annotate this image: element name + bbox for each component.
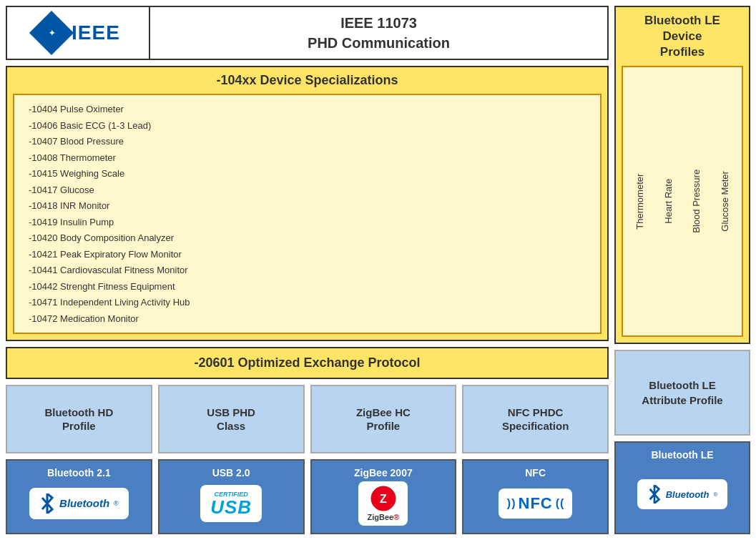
ble-profile-item: Thermometer bbox=[633, 73, 647, 330]
ble-bluetooth-icon: Bluetooth® bbox=[620, 461, 745, 527]
ble-bluetooth-symbol-icon bbox=[647, 485, 662, 504]
device-spec-item: -10417 Glucose bbox=[29, 183, 586, 197]
tech-zigbee2007: ZigBee 2007 Z ZigBee® bbox=[310, 459, 457, 534]
ieee-diamond-icon: ✦ bbox=[29, 11, 74, 55]
transport-zigbee-hc: ZigBee HCProfile bbox=[310, 385, 457, 453]
ble-profiles-box: Bluetooth LEDeviceProfiles ThermometerHe… bbox=[614, 6, 750, 344]
ble-attribute-label: Bluetooth LEAttribute Profile bbox=[642, 378, 722, 408]
device-spec-item: -10420 Body Composition Analyzer bbox=[29, 231, 586, 245]
zigbee-icon: Z ZigBee® bbox=[316, 480, 451, 527]
ieee-title: IEEE 11073 PHD Communication bbox=[308, 13, 450, 53]
transport-bluetooth-hd: Bluetooth HDProfile bbox=[6, 385, 152, 453]
bluetooth-symbol-icon bbox=[39, 494, 55, 514]
device-spec-item: -10404 Pulse Oximeter bbox=[29, 102, 586, 117]
ble-attribute-box: Bluetooth LEAttribute Profile bbox=[614, 350, 750, 436]
device-spec-item: -10419 Insulin Pump bbox=[29, 215, 586, 230]
device-spec-item: -10415 Weighing Scale bbox=[29, 167, 586, 181]
usb20-icon: CERTIFIED USB bbox=[164, 480, 299, 527]
ble-profile-item: Blood Pressure bbox=[689, 73, 703, 330]
tech-usb20: USB 2.0 CERTIFIED USB bbox=[158, 459, 305, 534]
protocol-bar: -20601 Optimized Exchange Protocol bbox=[6, 347, 609, 379]
bluetooth21-icon: Bluetooth® bbox=[11, 480, 147, 527]
tech-bluetooth21: Bluetooth 2.1 Bluetooth® bbox=[6, 459, 152, 534]
ieee-logo-box: ✦ IEEE bbox=[7, 7, 150, 59]
device-spec-item: -10407 Blood Pressure bbox=[29, 134, 586, 149]
left-column: ✦ IEEE IEEE 11073 PHD Communication -104… bbox=[6, 6, 609, 534]
ieee-label: IEEE bbox=[72, 21, 120, 44]
device-spec-item: -10441 Cardiovasculat Fitness Monitor bbox=[29, 263, 586, 278]
zigbee-symbol-icon: Z bbox=[370, 486, 396, 511]
tech-row: Bluetooth 2.1 Bluetooth® USB 2.0 CERTIFI… bbox=[6, 459, 609, 534]
nfc-icon: ) ) NFC ( ( bbox=[468, 480, 603, 527]
device-spec-title: -104xx Device Specializations bbox=[13, 73, 602, 88]
device-spec-item: -10442 Strenght Fitness Equipment bbox=[29, 280, 586, 294]
right-column: Bluetooth LEDeviceProfiles ThermometerHe… bbox=[614, 6, 750, 534]
device-spec-item: -10418 INR Monitor bbox=[29, 199, 586, 213]
ble-profiles-title: Bluetooth LEDeviceProfiles bbox=[622, 13, 743, 60]
ble-profile-item: Heart Rate bbox=[662, 73, 675, 330]
ble-tech-cell: Bluetooth LE Bluetooth® bbox=[614, 441, 750, 534]
device-spec-item: -10471 Independent Living Activity Hub bbox=[29, 295, 586, 310]
transport-usb-phd: USB PHDClass bbox=[158, 385, 305, 453]
svg-text:Z: Z bbox=[380, 493, 387, 505]
device-spec-block: -104xx Device Specializations -10404 Pul… bbox=[6, 66, 609, 341]
transport-row: Bluetooth HDProfile USB PHDClass ZigBee … bbox=[6, 385, 609, 453]
header-row: ✦ IEEE IEEE 11073 PHD Communication bbox=[6, 6, 609, 60]
device-spec-item: -10406 Basic ECG (1-3 Lead) bbox=[29, 119, 586, 133]
device-spec-item: -10408 Thermometer bbox=[29, 151, 586, 165]
ieee-logo: ✦ IEEE bbox=[36, 17, 120, 49]
ble-profiles-inner: ThermometerHeart RateBlood PressureGluco… bbox=[622, 66, 743, 337]
ble-tech-label: Bluetooth LE bbox=[651, 448, 713, 461]
ble-profile-item: Glucose Meter bbox=[718, 73, 732, 330]
transport-nfc-phdc: NFC PHDCSpecification bbox=[462, 385, 609, 453]
ieee-title-box: IEEE 11073 PHD Communication bbox=[150, 7, 607, 59]
main-wrapper: ✦ IEEE IEEE 11073 PHD Communication -104… bbox=[0, 0, 756, 540]
device-spec-inner: -10404 Pulse Oximeter-10406 Basic ECG (1… bbox=[13, 94, 602, 334]
device-spec-item: -10472 Medication Monitor bbox=[29, 312, 586, 326]
tech-nfc: NFC ) ) NFC ( ( bbox=[462, 459, 609, 534]
device-spec-item: -10421 Peak Expiratory Flow Monitor bbox=[29, 247, 586, 262]
